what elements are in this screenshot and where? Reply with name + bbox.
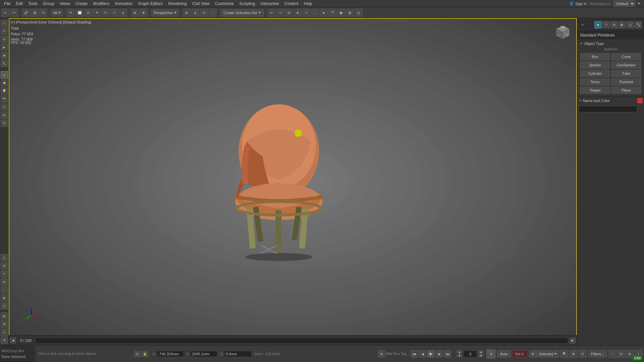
prev-frame-button[interactable]: ◄ bbox=[419, 350, 426, 358]
left-tool-systems[interactable]: ⚙ bbox=[1, 119, 8, 127]
unlink-button[interactable]: ⛓ bbox=[31, 9, 39, 17]
menu-create[interactable]: Create bbox=[73, 1, 90, 7]
sign-in-button[interactable]: 👤 Sign In bbox=[569, 1, 587, 6]
align-button[interactable]: ≡ bbox=[276, 9, 284, 17]
panel-tab-create[interactable]: ● bbox=[594, 21, 602, 29]
set-key-button[interactable]: Set K. bbox=[512, 350, 528, 358]
status-extra2[interactable]: ⊡ bbox=[579, 350, 587, 358]
nav-tool1[interactable]: ← bbox=[608, 350, 616, 358]
pyramid-button[interactable]: Pyramid bbox=[611, 78, 641, 86]
menu-interactive[interactable]: Interactive bbox=[258, 1, 282, 7]
key-mode-button[interactable]: 🔒 bbox=[142, 351, 148, 357]
link-button[interactable]: 🔗 bbox=[22, 9, 30, 17]
left-tool-bottom2[interactable]: ⊠ bbox=[1, 320, 8, 328]
torus-button[interactable]: Torus bbox=[580, 78, 610, 86]
menu-scripting[interactable]: Scripting bbox=[237, 1, 258, 7]
frame-up-button[interactable]: ▲ bbox=[457, 350, 462, 354]
render-frame-button[interactable]: ▣ bbox=[337, 9, 345, 17]
left-tool-create[interactable]: + bbox=[1, 19, 8, 27]
left-tool-bottom1[interactable]: ▤ bbox=[1, 312, 8, 320]
menu-tools[interactable]: Tools bbox=[26, 1, 40, 7]
active-shade-button[interactable]: ◫ bbox=[355, 9, 363, 17]
left-tool-lights[interactable]: 💡 bbox=[1, 87, 8, 95]
create-selection-button[interactable]: Create Selection Set ▾ bbox=[220, 9, 264, 16]
align-options-button[interactable]: ⊟ bbox=[285, 9, 293, 17]
workspaces-dropdown[interactable]: Default bbox=[613, 0, 635, 7]
menu-animation[interactable]: Animation bbox=[112, 1, 135, 7]
panel-tab-utilities[interactable]: 🔧 bbox=[635, 21, 642, 29]
panel-tab-display[interactable]: ◎ bbox=[627, 21, 634, 29]
object-type-header[interactable]: ▼ Object Type bbox=[579, 41, 643, 47]
key-filter-button[interactable]: ⊞ bbox=[529, 350, 537, 358]
percent-snap-button[interactable]: % bbox=[200, 9, 208, 17]
left-tool-motion[interactable]: ▶ bbox=[1, 44, 8, 51]
left-tool-spacewarps[interactable]: ⋈ bbox=[1, 111, 8, 119]
menu-views[interactable]: Views bbox=[57, 1, 73, 7]
add-keys-button[interactable]: + bbox=[486, 349, 496, 359]
left-tool-geometry[interactable]: ● bbox=[1, 71, 8, 79]
left-tool-extra1[interactable]: ◎ bbox=[1, 254, 8, 261]
pivot-button[interactable]: ✤ bbox=[140, 9, 148, 17]
curve-editor-button[interactable]: ∿ bbox=[302, 9, 310, 17]
left-tool-extra2[interactable]: ⊞ bbox=[1, 262, 8, 269]
frame-down-button[interactable]: ▼ bbox=[457, 354, 462, 357]
render-setup-button[interactable]: 🎬 bbox=[329, 9, 337, 17]
panel-tab-hierarchy[interactable]: ⊕ bbox=[610, 21, 618, 29]
left-tool-helpers[interactable]: ✛ bbox=[1, 103, 8, 111]
frame-spinner-up[interactable]: ▲ bbox=[478, 350, 484, 354]
timeline-next-button[interactable]: ► bbox=[569, 338, 576, 344]
menu-rendering[interactable]: Rendering bbox=[165, 1, 189, 7]
left-tool-hierarchy[interactable]: ⊕ bbox=[1, 36, 8, 43]
x-value-input[interactable] bbox=[157, 351, 184, 357]
panel-tab-motion[interactable]: ▶ bbox=[618, 21, 626, 29]
redo-button[interactable]: ↪ bbox=[10, 9, 18, 17]
menu-content[interactable]: Content bbox=[282, 1, 301, 7]
filters-button[interactable]: Filters... bbox=[588, 350, 607, 358]
skip-to-start-button[interactable]: ⏮ bbox=[410, 350, 418, 358]
left-tool-utilities[interactable]: 🔧 bbox=[1, 60, 8, 67]
menu-customize[interactable]: Customize bbox=[212, 1, 237, 7]
skip-to-end-button[interactable]: ⏭ bbox=[444, 350, 451, 358]
viewport[interactable]: [+] [Perspective] [User Defined] [Defaul… bbox=[9, 18, 577, 345]
filter-dropdown[interactable]: All ▾ bbox=[51, 9, 63, 16]
tube-button[interactable]: Tube bbox=[611, 70, 641, 77]
view-dropdown[interactable]: Perspective ▾ bbox=[151, 9, 179, 16]
viewport-lock-button[interactable]: ⊡ bbox=[134, 351, 141, 357]
angle-snap-button[interactable]: ∡ bbox=[191, 9, 199, 17]
cone-button[interactable]: Cone bbox=[611, 53, 641, 60]
select-move-button[interactable]: ✛ bbox=[93, 9, 101, 17]
left-tool-extra4[interactable]: ◈ bbox=[1, 278, 8, 286]
left-tool-shapes[interactable]: ⬟ bbox=[1, 79, 8, 87]
menu-group[interactable]: Group bbox=[40, 1, 57, 7]
left-tool-bottom3[interactable]: ◎ bbox=[1, 328, 8, 336]
nav-tool2[interactable]: ⊡ bbox=[617, 350, 625, 358]
menu-file[interactable]: File bbox=[1, 1, 13, 7]
status-extra1[interactable]: ⊞ bbox=[569, 350, 578, 358]
color-swatch[interactable] bbox=[637, 98, 643, 103]
selected-dropdown[interactable]: Selected ▾ bbox=[537, 350, 559, 358]
schematic-view-button[interactable]: ⋰ bbox=[311, 9, 319, 17]
mirror-button[interactable]: ⇔ bbox=[267, 9, 276, 17]
menu-graph-editors[interactable]: Graph Editors bbox=[135, 1, 165, 7]
auto-button[interactable]: Auto bbox=[497, 350, 511, 358]
menu-edit[interactable]: Edit bbox=[13, 1, 26, 7]
select-object-button[interactable]: ✦ bbox=[67, 9, 75, 17]
undo-button[interactable]: ↩ bbox=[1, 9, 9, 17]
left-tool-extra5[interactable]: ⋮ bbox=[1, 286, 8, 294]
sphere-button[interactable]: Sphere bbox=[580, 61, 610, 69]
coord-system-button[interactable]: ⊞ bbox=[131, 9, 139, 17]
left-tool-extra6[interactable]: ◐ bbox=[1, 294, 8, 302]
menu-modifiers[interactable]: Modifiers bbox=[90, 1, 112, 7]
left-tool-modify[interactable]: ✎ bbox=[1, 28, 8, 35]
plane-button[interactable]: Plane bbox=[611, 87, 641, 94]
left-tool-extra3[interactable]: ✦ bbox=[1, 270, 8, 277]
name-color-header[interactable]: ▼ Name and Color bbox=[577, 97, 644, 104]
frame-spinner-down[interactable]: ▼ bbox=[478, 354, 484, 357]
left-tool-cameras[interactable]: 📷 bbox=[1, 95, 8, 103]
box-button[interactable]: Box bbox=[580, 53, 610, 60]
cylinder-button[interactable]: Cylinder bbox=[580, 70, 610, 77]
snaps-toggle-button[interactable]: ⊞ bbox=[183, 9, 191, 17]
left-tool-display[interactable]: ◉ bbox=[1, 52, 8, 59]
menu-civil-view[interactable]: Civil View bbox=[190, 1, 212, 7]
menu-help[interactable]: Help bbox=[301, 1, 315, 7]
